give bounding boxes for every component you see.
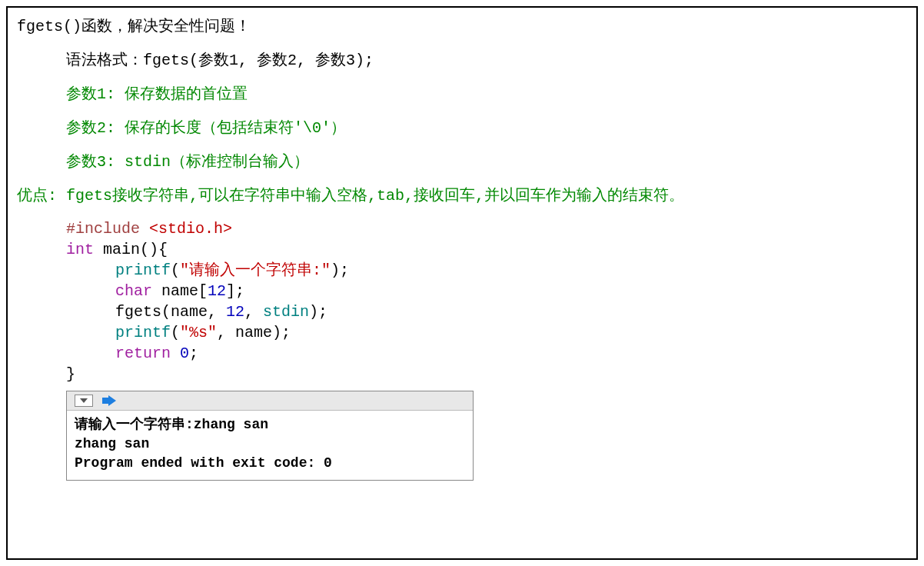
advantage-label: 优点: bbox=[17, 187, 66, 205]
title-tail: 函数，解决安全性问题！ bbox=[81, 18, 251, 35]
console-toolbar bbox=[67, 391, 473, 411]
code-brace-close: } bbox=[66, 364, 907, 385]
chevron-down-icon bbox=[80, 398, 88, 403]
code-main-decl: int main(){ bbox=[66, 239, 907, 260]
param-3: 参数3: stdin（标准控制台输入） bbox=[17, 151, 907, 174]
printf1-close: ); bbox=[331, 261, 349, 279]
console-line-3: Program ended with exit code: 0 bbox=[75, 454, 465, 473]
console-line-2: zhang san bbox=[75, 434, 465, 454]
code-char-decl: char name[12]; bbox=[66, 281, 907, 301]
code-block: #include <stdio.h> int main(){ printf("请… bbox=[17, 218, 907, 385]
param-2: 参数2: 保存的长度（包括结束符'\0'） bbox=[17, 117, 907, 140]
fgets-open: (name, bbox=[161, 303, 226, 321]
title-line: fgets()函数，解决安全性问题！ bbox=[17, 15, 907, 38]
debug-marker-icon[interactable] bbox=[108, 395, 116, 406]
syntax-body: fgets(参数1, 参数2, 参数3); bbox=[143, 52, 374, 69]
fgets-close: ); bbox=[309, 303, 327, 321]
param-1: 参数1: 保存数据的首位置 bbox=[17, 83, 907, 106]
fgets-stdin: stdin bbox=[263, 303, 309, 321]
printf2-str: "%s" bbox=[180, 324, 217, 341]
advantage-body: fgets接收字符串,可以在字符串中输入空格,tab,接收回车,并以回车作为输入… bbox=[66, 187, 684, 205]
console-output: 请输入一个字符串:zhang sanzhang sanProgram ended… bbox=[67, 411, 473, 480]
title-fn: fgets() bbox=[17, 18, 81, 35]
printf1-str: "请输入一个字符串:" bbox=[180, 261, 331, 279]
printf2-close: , name); bbox=[217, 324, 291, 341]
return-kw: return bbox=[115, 345, 171, 362]
printf1-open: ( bbox=[171, 261, 180, 279]
console-dropdown-button[interactable] bbox=[75, 395, 93, 407]
name-decl-close: ]; bbox=[226, 282, 244, 300]
char-kw: char bbox=[115, 282, 152, 300]
fgets-name: fgets bbox=[115, 303, 161, 321]
include-kw: #include bbox=[66, 220, 149, 238]
name-decl-open: name[ bbox=[152, 282, 208, 300]
int-kw: int bbox=[66, 241, 94, 258]
syntax-line: 语法格式：fgets(参数1, 参数2, 参数3); bbox=[17, 49, 907, 72]
fgets-mid: , bbox=[244, 303, 263, 321]
code-fgets: fgets(name, 12, stdin); bbox=[66, 301, 907, 322]
syntax-label: 语法格式： bbox=[66, 52, 143, 69]
document-frame: fgets()函数，解决安全性问题！ 语法格式：fgets(参数1, 参数2, … bbox=[6, 6, 918, 560]
main-decl: main(){ bbox=[94, 241, 168, 258]
fgets-num: 12 bbox=[226, 303, 244, 321]
return-semi: ; bbox=[189, 345, 198, 362]
console-panel: 请输入一个字符串:zhang sanzhang sanProgram ended… bbox=[66, 391, 474, 481]
code-return: return 0; bbox=[66, 343, 907, 364]
printf1-name: printf bbox=[115, 261, 171, 279]
return-zero: 0 bbox=[171, 345, 189, 362]
printf2-open: ( bbox=[171, 324, 180, 341]
code-printf2: printf("%s", name); bbox=[66, 322, 907, 343]
include-val: <stdio.h> bbox=[149, 220, 232, 238]
arr-size: 12 bbox=[208, 282, 226, 300]
code-printf1: printf("请输入一个字符串:"); bbox=[66, 260, 907, 281]
code-include: #include <stdio.h> bbox=[66, 218, 907, 239]
console-line-1: 请输入一个字符串:zhang san bbox=[75, 415, 465, 434]
advantage-line: 优点: fgets接收字符串,可以在字符串中输入空格,tab,接收回车,并以回车… bbox=[17, 185, 907, 208]
printf2-name: printf bbox=[115, 324, 171, 341]
